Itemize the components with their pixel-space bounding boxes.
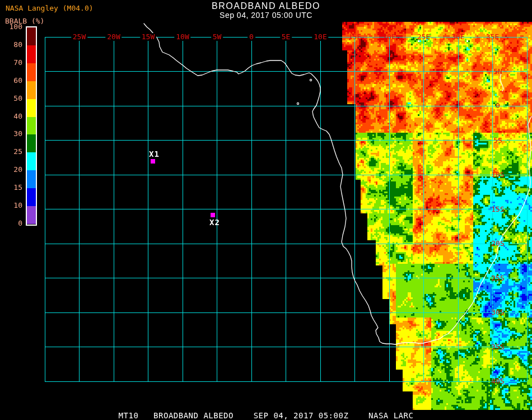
lon-label-0: 0 [248, 33, 255, 41]
lat-label-30S: 30S [491, 309, 504, 316]
island-dot [310, 79, 311, 81]
lon-label-15E: 15E [348, 33, 361, 41]
lon-label-5E: 5E [280, 33, 292, 41]
colorbar-segment [27, 63, 36, 81]
colorbar-tick-label: 20 [1, 166, 22, 174]
colorbar-segment [27, 134, 36, 152]
colorbar-tick-label: 70 [1, 59, 22, 67]
colorbar-tick-label: 60 [1, 77, 22, 85]
lon-label-15W: 15W [140, 33, 156, 41]
marker-square-X2 [211, 213, 215, 217]
lon-label-20E: 20E [382, 33, 395, 41]
colorbar-tick-label: 100 [1, 23, 22, 31]
lon-label-35E: 35E [486, 33, 499, 41]
lat-label-0: 0 [496, 102, 500, 110]
colorbar-tick-label: 50 [1, 95, 22, 102]
colorbar-segment [27, 206, 36, 224]
albedo-map-page: NASA Langley (M04.0) BROADBAND ALBEDO Se… [0, 0, 532, 420]
page-subtitle: Sep 04, 2017 05:00 UTC [0, 11, 532, 20]
lon-label-5W: 5W [211, 33, 223, 41]
colorbar-segment [27, 99, 36, 117]
colorbar-tick-label: 25 [1, 148, 22, 156]
lake-outline [500, 73, 503, 91]
lon-label-30E: 30E [451, 33, 464, 41]
marker-label-X2: X2 [209, 218, 220, 227]
colorbar-tick-label: 0 [1, 220, 22, 227]
lat-label-35S: 35S [491, 343, 504, 351]
footer-caption: MT10 BROADBAND ALBEDO SEP 04, 2017 05:00… [0, 411, 532, 420]
lat-label-15S: 15S [491, 206, 504, 213]
lon-label-10W: 10W [174, 33, 190, 41]
lon-label-25W: 25W [71, 33, 87, 41]
colorbar-tick-label: 10 [1, 202, 22, 209]
lat-label-25S: 25S [491, 274, 504, 282]
colorbar-segment [27, 81, 36, 99]
marker-label-X1: X1 [149, 150, 160, 158]
lat-label-20S: 20S [491, 240, 504, 248]
colorbar-segment [27, 188, 36, 206]
lat-label-40S: 40S [491, 377, 504, 385]
colorbar-tick-label: 15 [1, 184, 22, 192]
lon-label-20W: 20W [105, 33, 122, 41]
lon-label-10E: 10E [312, 33, 328, 41]
colorbar-segment [27, 152, 36, 170]
colorbar-tick-label: 40 [1, 113, 22, 120]
lat-label-5S: 5S [493, 137, 502, 144]
colorbar-tick-label: 80 [1, 41, 22, 49]
page-title: BROADBAND ALBEDO [0, 1, 532, 11]
colorbar-segment [27, 27, 36, 45]
island-dot [297, 102, 298, 104]
lat-label-5N: 5N [493, 68, 502, 76]
marker-square-X1 [151, 159, 155, 164]
colorbar-segment [27, 117, 36, 135]
island-dots [297, 79, 311, 104]
lon-label-25E: 25E [417, 33, 430, 41]
colorbar [26, 26, 37, 226]
colorbar-segment [27, 45, 36, 63]
colorbar-tick-label: 30 [1, 130, 22, 138]
latlon-grid [45, 37, 527, 381]
colorbar-segment [27, 170, 36, 188]
map-overlay [0, 0, 532, 420]
lat-label-10S: 10S [491, 171, 504, 179]
